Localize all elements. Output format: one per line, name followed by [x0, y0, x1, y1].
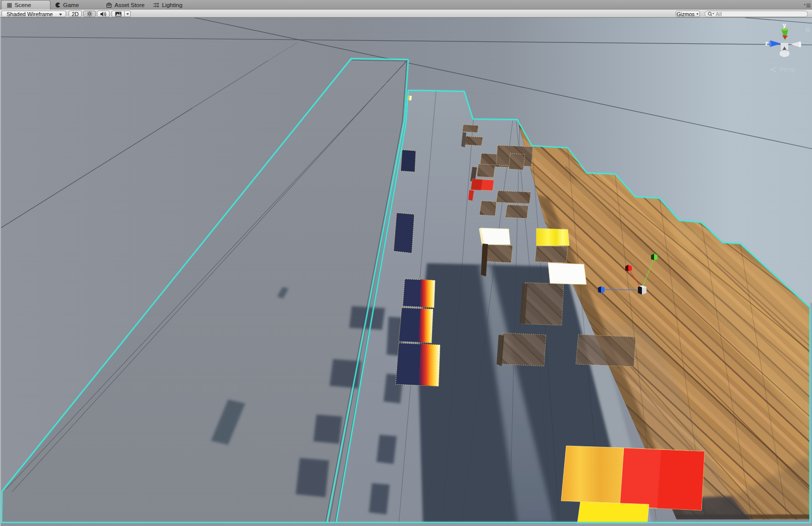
svg-text:y: y: [783, 22, 786, 29]
svg-text:z: z: [765, 40, 768, 47]
svg-text:Persp: Persp: [779, 66, 796, 73]
